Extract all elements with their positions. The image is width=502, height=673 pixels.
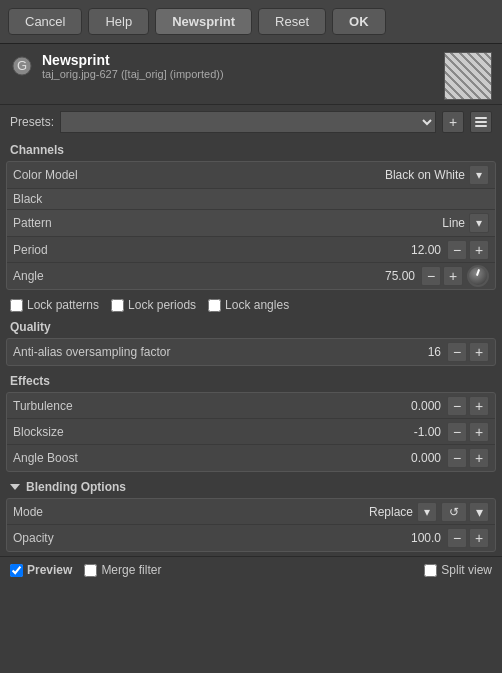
blocksize-minus-button[interactable]: − [447,422,467,442]
plugin-header: G Newsprint taj_orig.jpg-627 ([taj_orig]… [0,44,502,105]
opacity-value: 100.0 [391,531,441,545]
pattern-label: Pattern [13,216,442,230]
turbulence-minus-button[interactable]: − [447,396,467,416]
presets-row: Presets: + [0,105,502,139]
bottom-bar: Preview Merge filter Split view [0,556,502,583]
lock-patterns-label: Lock patterns [27,298,99,312]
opacity-minus-button[interactable]: − [447,528,467,548]
blending-collapse-icon [10,484,20,490]
plugin-subtitle: taj_orig.jpg-627 ([taj_orig] (imported)) [42,68,444,80]
period-minus-button[interactable]: − [447,240,467,260]
opacity-label: Opacity [13,531,391,545]
mode-label: Mode [13,505,369,519]
effects-box: Turbulence 0.000 − + Blocksize -1.00 − +… [6,392,496,472]
reset-button[interactable]: Reset [258,8,326,35]
mode-reset-button[interactable]: ↺ [441,502,467,522]
preview-thumbnail [444,52,492,100]
aa-minus-button[interactable]: − [447,342,467,362]
presets-manage-button[interactable] [470,111,492,133]
svg-rect-2 [475,117,487,119]
toolbar: Cancel Help Newsprint Reset OK [0,0,502,44]
aa-label: Anti-alias oversampling factor [13,345,391,359]
split-view-option: Split view [424,563,492,577]
svg-text:G: G [17,58,27,73]
turbulence-label: Turbulence [13,399,391,413]
merge-filter-label: Merge filter [101,563,161,577]
color-model-value: Black on White ▾ [385,165,489,185]
split-view-checkbox[interactable] [424,564,437,577]
mode-dropdown-arrow: ▾ [424,505,430,519]
cancel-button[interactable]: Cancel [8,8,82,35]
preview-option[interactable]: Preview [10,563,72,577]
plugin-info: Newsprint taj_orig.jpg-627 ([taj_orig] (… [42,52,444,80]
opacity-row: Opacity 100.0 − + [7,525,495,551]
color-model-dropdown-arrow: ▾ [476,168,482,182]
help-button[interactable]: Help [88,8,149,35]
pattern-value: Line [442,216,465,230]
color-model-dropdown[interactable]: ▾ [469,165,489,185]
lock-patterns-checkbox[interactable] [10,299,23,312]
svg-rect-4 [475,125,487,127]
period-row: Period 12.00 − + [7,237,495,263]
angle-dial[interactable] [467,265,489,287]
plugin-gear-icon: G [10,54,34,78]
blending-section-label: Blending Options [26,480,126,494]
manage-icon [474,115,488,129]
presets-select[interactable] [60,111,436,133]
period-plus-button[interactable]: + [469,240,489,260]
pattern-dropdown-arrow: ▾ [476,216,482,230]
blending-header[interactable]: Blending Options [0,476,502,496]
mode-reset-icon: ↺ [449,505,459,519]
mode-row: Mode Replace ▾ ↺ ▾ [7,499,495,525]
channel-name-row: Black [7,189,495,210]
angle-value: 75.00 [365,269,415,283]
preview-label: Preview [27,563,72,577]
angle-boost-value: 0.000 [391,451,441,465]
aa-value: 16 [391,345,441,359]
newsprint-tab-button[interactable]: Newsprint [155,8,252,35]
angle-boost-label: Angle Boost [13,451,391,465]
presets-label: Presets: [10,115,54,129]
blending-box: Mode Replace ▾ ↺ ▾ Opacity 100.0 − + [6,498,496,552]
angle-plus-button[interactable]: + [443,266,463,286]
angle-minus-button[interactable]: − [421,266,441,286]
presets-add-button[interactable]: + [442,111,464,133]
blocksize-value: -1.00 [391,425,441,439]
mode-value: Replace [369,505,413,519]
lock-angles-checkbox[interactable] [208,299,221,312]
blocksize-plus-button[interactable]: + [469,422,489,442]
color-model-text: Black on White [385,168,465,182]
merge-filter-checkbox[interactable] [84,564,97,577]
opacity-plus-button[interactable]: + [469,528,489,548]
mode-dropdown[interactable]: ▾ [417,502,437,522]
angle-boost-plus-button[interactable]: + [469,448,489,468]
quality-box: Anti-alias oversampling factor 16 − + [6,338,496,366]
channel-box: Color Model Black on White ▾ Black Patte… [6,161,496,290]
angle-boost-minus-button[interactable]: − [447,448,467,468]
lock-patterns-option[interactable]: Lock patterns [10,298,99,312]
merge-filter-option[interactable]: Merge filter [84,563,161,577]
turbulence-row: Turbulence 0.000 − + [7,393,495,419]
ok-button[interactable]: OK [332,8,386,35]
aa-plus-button[interactable]: + [469,342,489,362]
color-model-label: Color Model [13,168,385,182]
lock-periods-label: Lock periods [128,298,196,312]
color-model-row: Color Model Black on White ▾ [7,162,495,189]
pattern-row: Pattern Line ▾ [7,210,495,237]
mode-extra-icon: ▾ [476,504,483,520]
lock-periods-checkbox[interactable] [111,299,124,312]
channel-name: Black [13,192,42,206]
blocksize-row: Blocksize -1.00 − + [7,419,495,445]
effects-section-header: Effects [0,370,502,390]
pattern-dropdown[interactable]: ▾ [469,213,489,233]
turbulence-plus-button[interactable]: + [469,396,489,416]
split-view-label: Split view [441,563,492,577]
angle-label: Angle [13,269,365,283]
period-label: Period [13,243,391,257]
lock-angles-option[interactable]: Lock angles [208,298,289,312]
mode-extra-button[interactable]: ▾ [469,502,489,522]
preview-checkbox[interactable] [10,564,23,577]
plugin-title: Newsprint [42,52,444,68]
lock-periods-option[interactable]: Lock periods [111,298,196,312]
quality-section-header: Quality [0,316,502,336]
